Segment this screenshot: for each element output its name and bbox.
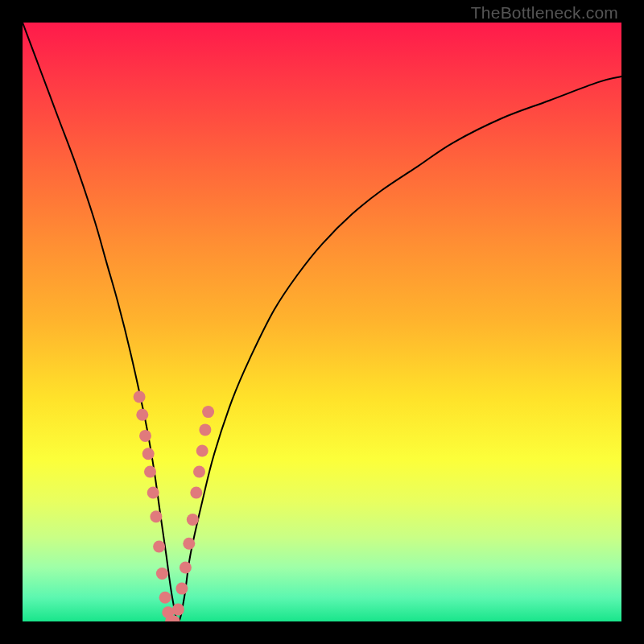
marker-point	[187, 514, 199, 526]
bottleneck-curve	[23, 23, 621, 621]
marker-point	[196, 445, 208, 457]
marker-point	[202, 406, 214, 418]
marker-point	[147, 487, 159, 499]
watermark-text: TheBottleneck.com	[471, 3, 618, 23]
marker-point	[134, 391, 146, 403]
plot-area	[23, 23, 621, 621]
marker-point	[199, 423, 211, 436]
marker-point	[175, 583, 188, 595]
marker-point	[156, 568, 168, 580]
highlighted-points	[134, 391, 215, 622]
chart-svg	[23, 23, 621, 621]
marker-point	[139, 430, 151, 442]
marker-point	[150, 510, 162, 522]
marker-point	[144, 466, 156, 478]
marker-point	[190, 487, 202, 499]
marker-point	[172, 604, 184, 616]
marker-point	[193, 466, 205, 478]
marker-point	[142, 448, 155, 460]
chart-frame: TheBottleneck.com	[0, 0, 644, 644]
marker-point	[136, 409, 148, 421]
marker-point	[183, 538, 195, 550]
marker-point	[159, 592, 171, 604]
marker-point	[180, 562, 192, 574]
marker-point	[153, 541, 165, 553]
